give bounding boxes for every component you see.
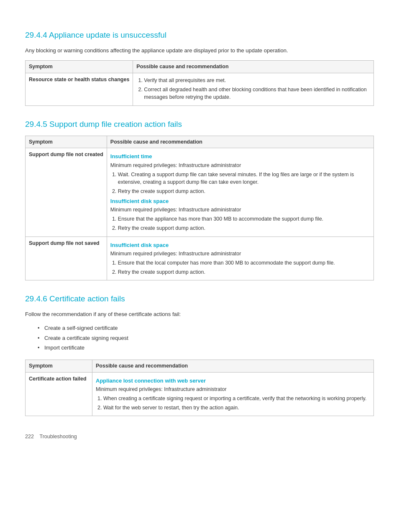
list-item: Retry the create support dump action. <box>118 188 370 195</box>
symptom-cell: Support dump file not created <box>26 148 107 236</box>
ordered-list: Verify that all prerequisites are met.Co… <box>144 77 370 101</box>
recommendation-cell: Insufficient timeMinimum required privil… <box>107 148 373 236</box>
cyan-heading: Insufficient disk space <box>110 197 370 206</box>
page-number: 222 <box>25 434 34 439</box>
ordered-list: Ensure that the appliance has more than … <box>118 215 370 232</box>
recommendation-cell: Verify that all prerequisites are met.Co… <box>133 73 374 105</box>
cyan-heading: Insufficient disk space <box>110 241 370 249</box>
list-item: Ensure that the appliance has more than … <box>118 215 370 223</box>
col-symptom-header: Symptom <box>26 61 133 73</box>
col-symptom-header: Symptom <box>26 136 107 148</box>
table-row: Resource state or health status changesV… <box>26 73 374 105</box>
bullet-item: Create a self-signed certificate <box>38 324 374 332</box>
list-item: Correct all degraded health and other bl… <box>144 86 370 102</box>
cyan-heading: Insufficient time <box>110 152 370 161</box>
bullet-item: Create a certificate signing request <box>38 334 374 342</box>
col-symptom-header: Symptom <box>26 360 92 372</box>
section-heading: 29.4.4 Appliance update is unsuccessful <box>25 29 374 41</box>
ordered-list: Ensure that the local computer has more … <box>118 259 370 276</box>
section-heading: 29.4.6 Certificate action fails <box>25 293 374 305</box>
ordered-list: When creating a certificate signing requ… <box>103 395 370 412</box>
symptom-table: SymptomPossible cause and recommendation… <box>25 60 374 106</box>
list-item: Ensure that the local computer has more … <box>118 259 370 267</box>
cyan-heading: Appliance lost connection with web serve… <box>96 377 370 385</box>
symptom-cell: Certificate action failed <box>26 372 92 416</box>
col-recommendation-header: Possible cause and recommendation <box>107 136 373 148</box>
recommendation-cell: Appliance lost connection with web serve… <box>92 372 374 416</box>
col-recommendation-header: Possible cause and recommendation <box>133 61 374 73</box>
section-heading: 29.4.5 Support dump file creation action… <box>25 118 374 131</box>
col-recommendation-header: Possible cause and recommendation <box>92 360 374 372</box>
symptom-cell: Support dump file not saved <box>26 236 107 280</box>
min-priv-text: Minimum required privileges: Infrastruct… <box>110 250 370 258</box>
table-row: Support dump file not createdInsufficien… <box>26 148 374 236</box>
symptom-table: SymptomPossible cause and recommendation… <box>25 136 374 281</box>
list-item: Retry the create support dump action. <box>118 224 370 232</box>
list-item: Wait for the web server to restart, then… <box>103 404 370 412</box>
symptom-cell: Resource state or health status changes <box>26 73 133 105</box>
section-intro: Follow the recommendation if any of thes… <box>25 310 374 319</box>
min-priv-text: Minimum required privileges: Infrastruct… <box>110 162 370 170</box>
list-item: Verify that all prerequisites are met. <box>144 77 370 85</box>
recommendation-cell: Insufficient disk spaceMinimum required … <box>107 236 373 280</box>
table-row: Certificate action failedAppliance lost … <box>26 372 374 416</box>
page-label: Troubleshooting <box>40 434 77 439</box>
bullet-list: Create a self-signed certificateCreate a… <box>38 324 374 352</box>
ordered-list: Wait. Creating a support dump file can t… <box>118 171 370 195</box>
list-item: Wait. Creating a support dump file can t… <box>118 171 370 187</box>
bullet-item: Import certificate <box>38 344 374 352</box>
symptom-table: SymptomPossible cause and recommendation… <box>25 360 374 416</box>
section-intro: Any blocking or warning conditions affec… <box>25 46 374 55</box>
min-priv-text: Minimum required privileges: Infrastruct… <box>96 386 370 393</box>
table-row: Support dump file not savedInsufficient … <box>26 236 374 280</box>
min-priv-text: Minimum required privileges: Infrastruct… <box>110 206 370 214</box>
list-item: Retry the create support dump action. <box>118 268 370 276</box>
list-item: When creating a certificate signing requ… <box>103 395 370 403</box>
